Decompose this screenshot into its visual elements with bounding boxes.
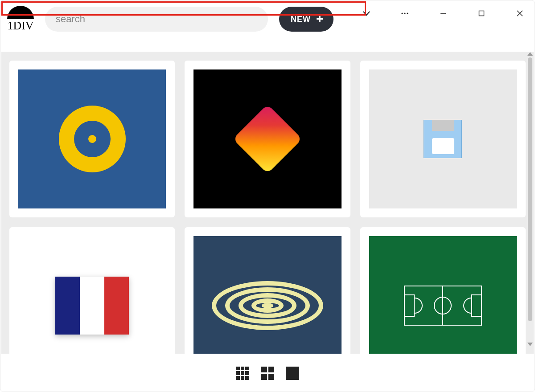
plus-icon: + (316, 13, 324, 25)
svg-point-2 (407, 12, 408, 14)
gallery-card[interactable] (185, 61, 350, 217)
logo-icon (7, 6, 34, 19)
gallery-scroll-area (1, 52, 534, 354)
chevron-down-icon[interactable] (356, 4, 377, 22)
new-button-label: NEW (291, 15, 311, 24)
more-icon[interactable] (395, 4, 415, 22)
view-medium-grid-button[interactable] (261, 367, 274, 380)
artwork-yellow-ring (18, 69, 166, 208)
gallery-card[interactable] (360, 61, 526, 217)
svg-point-0 (401, 12, 403, 14)
gallery-grid (9, 61, 526, 354)
search-input[interactable] (56, 13, 257, 25)
artwork-french-flag (18, 236, 166, 354)
svg-rect-4 (479, 11, 484, 16)
view-large-button[interactable] (286, 367, 299, 380)
new-button[interactable]: NEW + (279, 7, 333, 32)
scroll-up-icon[interactable] (527, 52, 533, 56)
artwork-soccer-pitch (369, 236, 517, 354)
maximize-button[interactable] (471, 4, 492, 22)
close-button[interactable] (510, 4, 530, 22)
scroll-down-icon[interactable] (527, 343, 533, 346)
gallery-card[interactable] (9, 227, 175, 354)
artwork-gradient-diamond (193, 69, 341, 208)
view-toolbar (1, 355, 534, 392)
minimize-button[interactable] (433, 4, 453, 22)
gallery-card[interactable] (9, 61, 175, 217)
gallery-card[interactable] (360, 227, 526, 354)
svg-point-1 (404, 12, 405, 14)
logo-text: 1DIV (7, 19, 33, 33)
app-logo: 1DIV (7, 6, 34, 33)
gallery-card[interactable] (185, 227, 350, 354)
artwork-ellipses (193, 236, 341, 354)
view-small-grid-button[interactable] (236, 367, 249, 380)
search-field[interactable] (45, 7, 268, 32)
scrollbar[interactable] (527, 52, 534, 346)
artwork-floppy-disk (369, 69, 517, 208)
scroll-thumb[interactable] (528, 57, 532, 321)
